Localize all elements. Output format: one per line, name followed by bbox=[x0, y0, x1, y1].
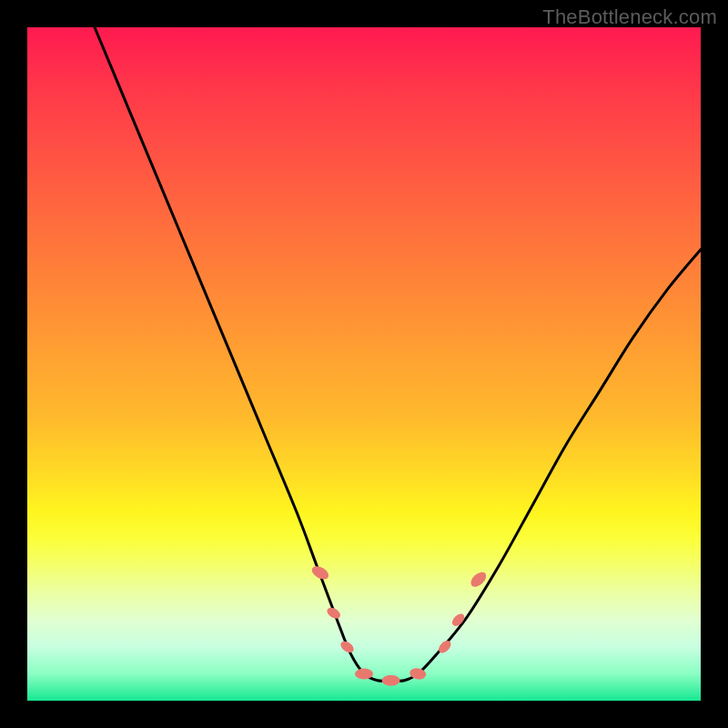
curve-marker bbox=[309, 563, 330, 581]
chart-overlay bbox=[27, 27, 701, 701]
curve-path bbox=[95, 27, 701, 681]
curve-marker bbox=[339, 639, 356, 654]
bottleneck-curve bbox=[95, 27, 701, 681]
curve-marker bbox=[382, 675, 400, 686]
attribution-label: TheBottleneck.com bbox=[542, 5, 717, 29]
chart-plot-area bbox=[27, 27, 701, 701]
curve-marker bbox=[355, 668, 373, 679]
chart-frame: TheBottleneck.com bbox=[0, 0, 728, 728]
